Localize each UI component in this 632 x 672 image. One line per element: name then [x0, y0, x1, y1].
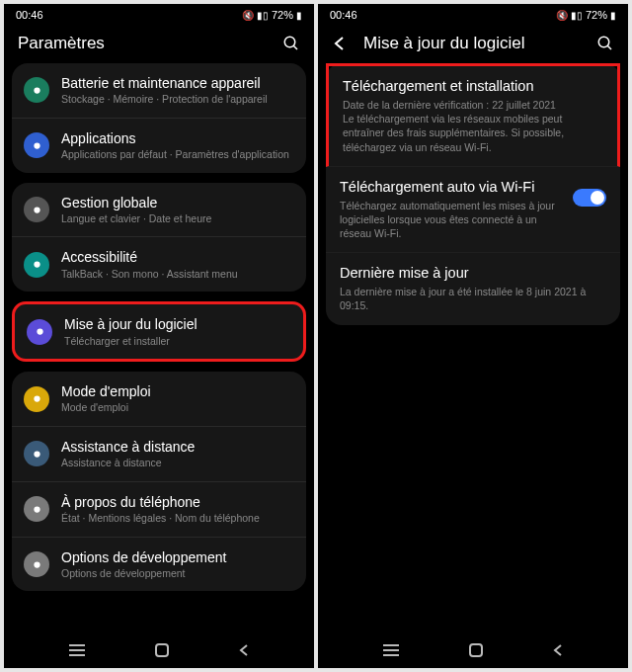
battery-maintenance-icon [24, 77, 49, 103]
row-subtitle: Téléchargez automatiquement les mises à … [340, 199, 563, 241]
update-list: Téléchargement et installationDate de la… [318, 63, 628, 632]
detail-auto-download-wifi[interactable]: Téléchargement auto via Wi-FiTéléchargez… [326, 167, 620, 254]
detail-last-update[interactable]: Dernière mise à jourLa dernière mise à j… [326, 253, 620, 324]
row-title: Batterie et maintenance appareil [61, 74, 294, 92]
svg-point-0 [284, 37, 295, 47]
battery-text: 72% [272, 9, 293, 21]
row-title: Téléchargement auto via Wi-Fi [340, 179, 563, 195]
status-bar: 00:46 🔇 ▮▯ 72% ▮ [318, 4, 628, 26]
svg-point-3 [34, 142, 40, 148]
svg-point-9 [34, 506, 40, 512]
signal-icon: ▮▯ [571, 10, 583, 21]
settings-row-user-manual[interactable]: Mode d'emploiMode d'emploi [12, 372, 306, 427]
row-text: Gestion globaleLangue et clavier · Date … [61, 194, 294, 226]
svg-point-15 [598, 37, 609, 47]
nav-home-icon[interactable] [468, 642, 484, 658]
svg-point-5 [34, 262, 40, 268]
header: Mise à jour du logiciel [318, 26, 628, 63]
row-subtitle: Applications par défaut · Paramètres d'a… [61, 148, 294, 162]
settings-row-software-update[interactable]: Mise à jour du logicielTélécharger et in… [15, 304, 303, 359]
nav-back-icon[interactable] [551, 643, 565, 657]
row-text: Mode d'emploiMode d'emploi [61, 382, 294, 415]
row-text: Batterie et maintenance appareilStockage… [61, 74, 294, 107]
back-icon[interactable] [332, 36, 352, 51]
row-title: Assistance à distance [61, 438, 294, 456]
row-subtitle: Options de développement [61, 567, 294, 581]
status-time: 00:46 [16, 9, 43, 21]
status-bar: 00:46 🔇 ▮▯ 72% ▮ [4, 4, 314, 26]
row-subtitle: État · Mentions légales · Nom du télépho… [61, 512, 294, 526]
nav-bar [318, 632, 628, 668]
svg-point-2 [34, 87, 40, 93]
detail-download-install[interactable]: Téléchargement et installationDate de la… [326, 63, 620, 167]
settings-row-global-management[interactable]: Gestion globaleLangue et clavier · Date … [12, 183, 306, 238]
row-subtitle: Stockage · Mémoire · Protection de l'app… [61, 93, 294, 107]
nav-bar [4, 632, 314, 668]
global-management-icon [24, 197, 49, 222]
user-manual-icon [24, 386, 49, 412]
status-icons: 🔇 ▮▯ 72% ▮ [242, 9, 302, 21]
row-title: Options de développement [61, 548, 294, 566]
row-title: Mise à jour du logiciel [64, 315, 291, 333]
row-text: Options de développementOptions de dével… [61, 548, 294, 581]
header: Paramètres [4, 26, 314, 63]
svg-point-7 [34, 395, 40, 401]
battery-icon: ▮ [610, 10, 616, 21]
row-title: Mode d'emploi [61, 382, 294, 400]
row-text: ApplicationsApplications par défaut · Pa… [61, 129, 294, 162]
nav-recent-icon[interactable] [381, 643, 401, 657]
row-title: Applications [61, 129, 294, 147]
row-subtitle: Télécharger et installer [64, 335, 291, 349]
settings-row-accessibility[interactable]: AccessibilitéTalkBack · Son mono · Assis… [12, 237, 306, 292]
signal-icon: ▮▯ [257, 10, 269, 21]
developer-options-icon [24, 551, 49, 577]
phone-left: 00:46 🔇 ▮▯ 72% ▮ Paramètres Batterie et … [4, 4, 314, 668]
row-subtitle: TalkBack · Son mono · Assistant menu [61, 268, 294, 282]
status-icons: 🔇 ▮▯ 72% ▮ [556, 9, 616, 21]
page-title: Mise à jour du logiciel [363, 34, 596, 53]
row-title: À propos du téléphone [61, 493, 294, 511]
battery-text: 72% [586, 9, 607, 21]
nav-back-icon[interactable] [237, 643, 251, 657]
battery-icon: ▮ [296, 10, 302, 21]
applications-icon [24, 132, 49, 158]
search-icon[interactable] [282, 35, 300, 52]
row-subtitle: Langue et clavier · Date et heure [61, 212, 294, 226]
settings-row-battery-maintenance[interactable]: Batterie et maintenance appareilStockage… [12, 63, 306, 119]
row-text: Assistance à distanceAssistance à distan… [61, 438, 294, 470]
row-text: AccessibilitéTalkBack · Son mono · Assis… [61, 248, 294, 281]
accessibility-icon [24, 252, 49, 278]
row-text: Mise à jour du logicielTélécharger et in… [64, 315, 291, 348]
svg-line-1 [293, 45, 297, 49]
volume-icon: 🔇 [556, 10, 568, 21]
row-subtitle: Assistance à distance [61, 457, 294, 470]
row-subtitle: La dernière mise à jour a été installée … [340, 285, 606, 312]
row-text: Téléchargement auto via Wi-FiTéléchargez… [340, 179, 563, 241]
svg-point-6 [37, 329, 42, 335]
svg-point-8 [34, 451, 40, 457]
row-text: À propos du téléphoneÉtat · Mentions lég… [61, 493, 294, 526]
wifi-toggle[interactable] [573, 189, 606, 207]
volume-icon: 🔇 [242, 10, 254, 21]
search-icon[interactable] [596, 35, 614, 52]
nav-home-icon[interactable] [154, 642, 170, 658]
page-title: Paramètres [18, 34, 282, 53]
phone-right: 00:46 🔇 ▮▯ 72% ▮ Mise à jour du logiciel… [318, 4, 628, 668]
nav-recent-icon[interactable] [67, 643, 87, 657]
svg-point-4 [34, 207, 40, 212]
row-title: Gestion globale [61, 194, 294, 211]
settings-row-remote-assistance[interactable]: Assistance à distanceAssistance à distan… [12, 427, 306, 482]
settings-row-applications[interactable]: ApplicationsApplications par défaut · Pa… [12, 119, 306, 173]
status-time: 00:46 [330, 9, 357, 21]
settings-row-developer-options[interactable]: Options de développementOptions de dével… [12, 538, 306, 592]
software-update-icon [27, 319, 52, 345]
row-title: Dernière mise à jour [340, 265, 606, 281]
svg-rect-14 [156, 644, 168, 656]
about-phone-icon [24, 496, 49, 522]
row-subtitle: Mode d'emploi [61, 401, 294, 415]
svg-rect-20 [470, 644, 482, 656]
row-subtitle: Date de la dernière vérification : 22 ju… [343, 98, 603, 154]
row-title: Accessibilité [61, 248, 294, 266]
row-title: Téléchargement et installation [343, 78, 603, 94]
settings-row-about-phone[interactable]: À propos du téléphoneÉtat · Mentions lég… [12, 482, 306, 538]
